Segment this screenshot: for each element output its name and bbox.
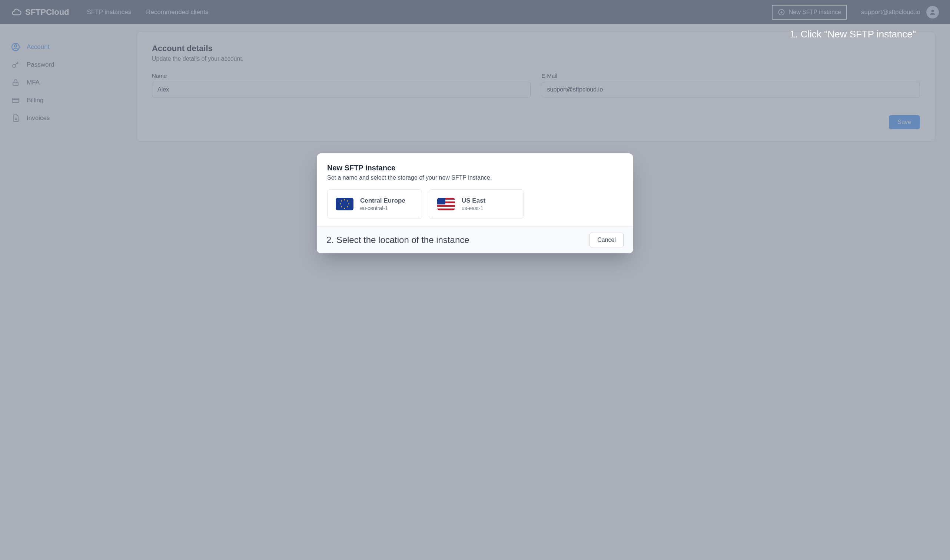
- region-list: Central Europe eu-central-1 US East us-e…: [327, 189, 623, 219]
- modal-title: New SFTP instance: [327, 164, 623, 172]
- cancel-button[interactable]: Cancel: [590, 232, 624, 248]
- us-flag-icon: [437, 198, 455, 210]
- tutorial-callout-1: 1. Click "New SFTP instance": [790, 29, 916, 40]
- region-name: US East: [462, 197, 485, 205]
- region-name: Central Europe: [360, 197, 405, 205]
- eu-flag-icon: [336, 198, 354, 210]
- region-code: eu-central-1: [360, 205, 405, 211]
- region-card-us-east-1[interactable]: US East us-east-1: [429, 189, 524, 219]
- modal-overlay: 1. Click "New SFTP instance" New SFTP in…: [0, 0, 950, 560]
- modal-subtitle: Set a name and select the storage of you…: [327, 174, 623, 181]
- tutorial-callout-2: 2. Select the location of the instance: [326, 235, 470, 245]
- region-code: us-east-1: [462, 205, 485, 211]
- new-instance-modal: New SFTP instance Set a name and select …: [317, 153, 633, 253]
- region-card-eu-central-1[interactable]: Central Europe eu-central-1: [327, 189, 422, 219]
